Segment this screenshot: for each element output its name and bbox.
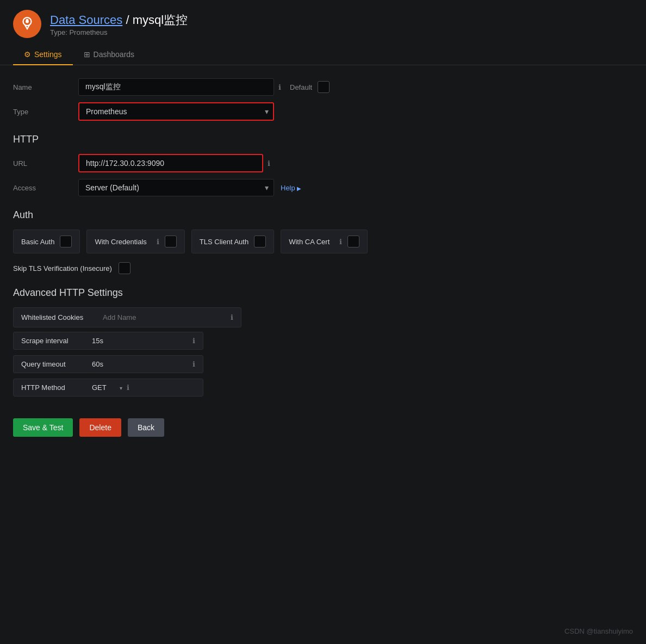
skip-tls-checkbox[interactable] xyxy=(119,262,131,274)
url-label: URL xyxy=(13,159,78,168)
scrape-interval-info-icon[interactable]: ℹ xyxy=(192,337,195,345)
cookies-label: Whitelisted Cookies xyxy=(21,313,97,321)
tls-client-auth-label: TLS Client Auth xyxy=(200,238,249,246)
prometheus-settings: Scrape interval 15s ℹ Query timeout 60s … xyxy=(13,332,633,397)
cookies-input[interactable] xyxy=(103,313,221,321)
svg-point-2 xyxy=(26,20,29,23)
access-row: Access Server (Default) Browser ▾ Help xyxy=(13,179,633,196)
default-section: Default xyxy=(290,81,330,93)
header: Data Sources / mysql监控 Type: Prometheus xyxy=(0,0,646,45)
type-select[interactable]: Prometheus Graphite InfluxDB MySQL Postg… xyxy=(78,102,274,121)
tab-dashboards-label: Dashboards xyxy=(94,50,135,59)
tab-settings-label: Settings xyxy=(34,50,62,59)
basic-auth-checkbox[interactable] xyxy=(60,236,72,247)
grafana-logo xyxy=(13,10,41,38)
with-credentials-item: With Credentials ℹ xyxy=(86,230,184,253)
footer-buttons: Save & Test Delete Back xyxy=(13,418,633,459)
scrape-interval-row: Scrape interval 15s ℹ xyxy=(13,332,203,350)
help-link[interactable]: Help xyxy=(281,184,301,192)
access-select-wrapper: Server (Default) Browser ▾ xyxy=(78,179,274,196)
access-select[interactable]: Server (Default) Browser xyxy=(78,179,274,196)
default-checkbox[interactable] xyxy=(318,81,330,93)
scrape-interval-label: Scrape interval xyxy=(21,337,92,345)
query-timeout-info-icon[interactable]: ℹ xyxy=(192,360,195,368)
http-method-row: HTTP Method GET POST ▾ ℹ xyxy=(13,379,203,397)
data-sources-link[interactable]: Data Sources xyxy=(50,13,122,27)
name-input-group: ℹ xyxy=(78,78,281,96)
auth-grid: Basic Auth With Credentials ℹ TLS Client… xyxy=(13,230,633,253)
url-info-icon[interactable]: ℹ xyxy=(268,159,270,168)
http-method-info-icon[interactable]: ℹ xyxy=(127,383,129,392)
tab-dashboards[interactable]: ⊞ Dashboards xyxy=(73,45,146,65)
http-method-select[interactable]: GET POST xyxy=(92,383,120,392)
basic-auth-item: Basic Auth xyxy=(13,230,80,253)
type-row: Type Prometheus Graphite InfluxDB MySQL … xyxy=(13,102,633,121)
type-label: Type xyxy=(13,108,78,116)
name-info-icon[interactable]: ℹ xyxy=(278,83,281,91)
http-section-title: HTTP xyxy=(13,134,633,145)
basic-auth-label: Basic Auth xyxy=(21,238,54,246)
url-input[interactable] xyxy=(78,154,263,172)
url-row: URL ℹ xyxy=(13,154,633,172)
access-label: Access xyxy=(13,184,78,192)
name-label: Name xyxy=(13,83,78,91)
name-input[interactable] xyxy=(78,78,274,96)
cookies-info-icon[interactable]: ℹ xyxy=(231,313,233,321)
breadcrumb-separator: / xyxy=(126,13,132,27)
cookies-row: Whitelisted Cookies ℹ xyxy=(13,307,241,327)
watermark: CSDN @tianshuiyimo xyxy=(564,627,633,635)
name-row: Name ℹ Default xyxy=(13,78,633,96)
auth-section-title: Auth xyxy=(13,209,633,221)
with-credentials-info-icon[interactable]: ℹ xyxy=(157,238,159,246)
with-credentials-checkbox[interactable] xyxy=(165,236,177,247)
settings-icon: ⚙ xyxy=(24,50,31,59)
url-input-group: ℹ xyxy=(78,154,270,172)
main-content: Name ℹ Default Type Prometheus Graphite … xyxy=(0,78,646,459)
http-method-label: HTTP Method xyxy=(21,383,92,392)
query-timeout-value: 60s xyxy=(92,360,188,368)
default-label: Default xyxy=(290,83,312,91)
advanced-section-title: Advanced HTTP Settings xyxy=(13,287,633,299)
page-name: mysql监控 xyxy=(133,13,188,27)
type-select-wrapper: Prometheus Graphite InfluxDB MySQL Postg… xyxy=(78,102,274,121)
skip-tls-row: Skip TLS Verification (Insecure) xyxy=(13,262,633,274)
with-ca-cert-item: With CA Cert ℹ xyxy=(281,230,368,253)
tabs-container: ⚙ Settings ⊞ Dashboards xyxy=(0,45,646,65)
tls-client-auth-item: TLS Client Auth xyxy=(191,230,274,253)
with-ca-cert-checkbox[interactable] xyxy=(347,236,359,247)
header-text: Data Sources / mysql监控 Type: Prometheus xyxy=(50,12,188,36)
tls-client-auth-checkbox[interactable] xyxy=(254,236,266,247)
with-credentials-label: With Credentials xyxy=(95,238,146,246)
tab-settings[interactable]: ⚙ Settings xyxy=(13,45,73,65)
breadcrumb-title: Data Sources / mysql监控 xyxy=(50,12,188,28)
with-ca-cert-info-icon[interactable]: ℹ xyxy=(339,238,342,246)
scrape-interval-value: 15s xyxy=(92,337,188,345)
skip-tls-label: Skip TLS Verification (Insecure) xyxy=(13,264,112,273)
save-test-button[interactable]: Save & Test xyxy=(13,418,73,437)
query-timeout-label: Query timeout xyxy=(21,360,92,368)
with-ca-cert-label: With CA Cert xyxy=(289,238,330,246)
query-timeout-row: Query timeout 60s ℹ xyxy=(13,355,203,373)
dashboards-icon: ⊞ xyxy=(84,50,90,59)
back-button[interactable]: Back xyxy=(128,418,164,437)
delete-button[interactable]: Delete xyxy=(79,418,121,437)
http-method-select-wrapper: GET POST ▾ xyxy=(92,383,120,392)
header-subtitle: Type: Prometheus xyxy=(50,28,188,36)
